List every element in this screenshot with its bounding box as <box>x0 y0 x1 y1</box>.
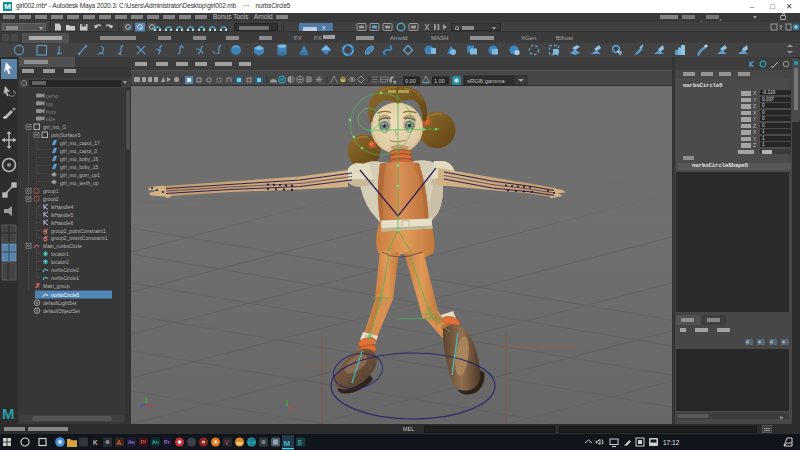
svg-text:17:12: 17:12 <box>663 439 680 446</box>
svg-text:1.00: 1.00 <box>434 78 445 84</box>
svg-text:K: K <box>93 439 98 446</box>
svg-text:A: A <box>117 439 122 446</box>
svg-text:top: top <box>46 101 53 107</box>
svg-text:group1: group1 <box>43 188 59 194</box>
svg-text:ikHandle4: ikHandle4 <box>51 204 73 210</box>
svg-text:locator1: locator1 <box>51 251 69 257</box>
svg-text:nurbsCircle1: nurbsCircle1 <box>51 275 79 281</box>
svg-text:M: M <box>284 439 291 448</box>
svg-text:defaultObjectSet: defaultObjectSet <box>43 308 81 314</box>
svg-text:An: An <box>152 439 159 445</box>
svg-text:Ae: Ae <box>128 439 135 445</box>
svg-text:ikHandle5: ikHandle5 <box>51 212 73 218</box>
svg-text:girl_mo_teeth_up: girl_mo_teeth_up <box>60 180 99 186</box>
svg-text:M: M <box>2 405 15 422</box>
svg-text:Main_nurbsCircle: Main_nurbsCircle <box>43 243 82 249</box>
svg-text:persp: persp <box>46 93 59 99</box>
svg-text:polySurface5: polySurface5 <box>51 132 80 138</box>
svg-text:Pf: Pf <box>141 439 147 445</box>
svg-text:0.00: 0.00 <box>405 78 416 84</box>
svg-text:S: S <box>298 439 303 446</box>
svg-text:nurbsCircle5: nurbsCircle5 <box>51 292 79 298</box>
svg-text:front: front <box>46 109 57 115</box>
svg-text:girl_mo_gum_up1: girl_mo_gum_up1 <box>60 172 100 178</box>
svg-text:ikHandle6: ikHandle6 <box>51 220 73 226</box>
svg-text:side: side <box>46 116 55 122</box>
svg-text:girl_mo_caput_0: girl_mo_caput_0 <box>60 148 97 154</box>
svg-text:girl_mo_boby_16: girl_mo_boby_16 <box>60 156 99 162</box>
svg-text:sRGB gamma: sRGB gamma <box>467 78 505 84</box>
svg-text:defaultLightSet: defaultLightSet <box>43 300 77 306</box>
svg-text:group2_pointConstraint1: group2_pointConstraint1 <box>51 228 106 234</box>
svg-text:nurbsCircle2: nurbsCircle2 <box>51 267 79 273</box>
svg-text:girl_mo_caput_17: girl_mo_caput_17 <box>60 140 100 146</box>
svg-text:V: V <box>225 439 230 446</box>
svg-text:girl_mo_G: girl_mo_G <box>43 124 66 130</box>
svg-text:locator2: locator2 <box>51 259 69 265</box>
svg-text:group2_orientConstraint1: group2_orientConstraint1 <box>51 235 108 241</box>
svg-text:Pr: Pr <box>164 439 170 445</box>
svg-text:Main_group: Main_group <box>43 283 70 289</box>
svg-text:group2: group2 <box>43 196 59 202</box>
svg-text:girl_mo_boby_15: girl_mo_boby_15 <box>60 164 99 170</box>
